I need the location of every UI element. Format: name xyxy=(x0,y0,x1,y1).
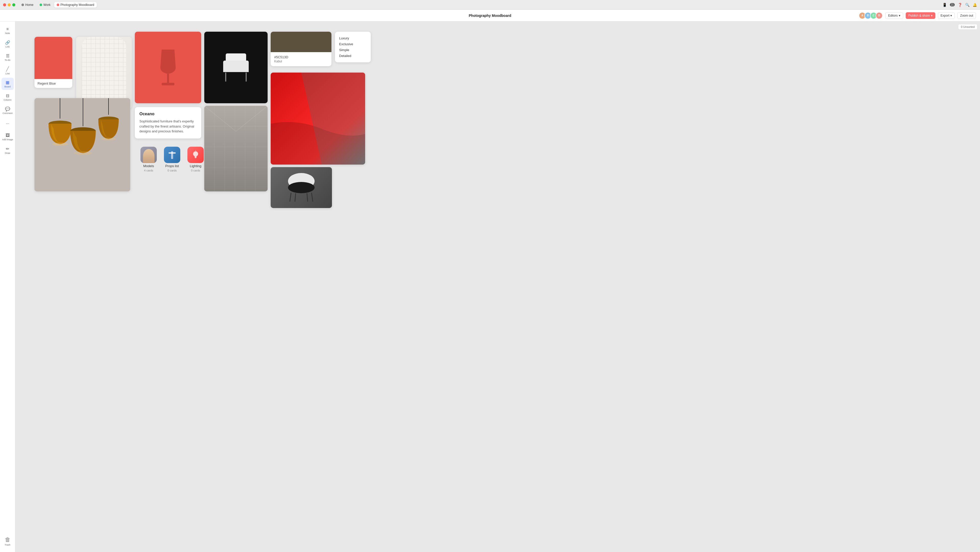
architecture-card[interactable] xyxy=(76,37,132,108)
sidebar-item-board[interactable]: ▦ Board xyxy=(2,78,14,90)
publish-label: Publish & share xyxy=(908,14,930,18)
svg-line-22 xyxy=(290,193,291,202)
sidebar-draw-label: Draw xyxy=(5,152,10,154)
tab-photography[interactable]: Photography Moodboard xyxy=(54,2,97,8)
sidebar-item-link[interactable]: 🔗 Link xyxy=(2,38,14,50)
sidebar-item-trash[interactable]: 🗑 Trash xyxy=(0,534,15,549)
models-person-shape xyxy=(143,149,154,163)
models-count: 4 cards xyxy=(144,169,153,172)
tag-detailed[interactable]: Detailed xyxy=(339,53,367,59)
editors-button[interactable]: Editors ▾ xyxy=(885,12,903,19)
lighting-icon-bg xyxy=(188,147,204,163)
props-icon xyxy=(164,147,180,163)
tabs-row: Home Work Photography Moodboard xyxy=(19,2,942,8)
avatar-4: D xyxy=(875,12,883,19)
svg-rect-3 xyxy=(171,151,173,159)
red-corner-card[interactable] xyxy=(270,73,365,164)
chair-dark-image xyxy=(223,53,249,81)
line-icon: ╱ xyxy=(6,66,9,72)
sidebar: ≡ Note 🔗 Link ☰ To-do ╱ Line ▦ Board ⊟ C… xyxy=(0,21,15,552)
svg-rect-1 xyxy=(162,83,174,85)
props-symbol xyxy=(167,150,177,160)
sidebar-item-line[interactable]: ╱ Line xyxy=(2,64,14,77)
props-count: 0 cards xyxy=(167,169,177,172)
subboard-models[interactable]: Models 4 cards xyxy=(140,147,157,172)
export-button[interactable]: Export ▾ xyxy=(938,12,955,19)
sidebar-item-draw[interactable]: ✏ Draw xyxy=(2,144,14,156)
title-bar: Home Work Photography Moodboard 📱 21 ❓ 🔍… xyxy=(0,0,980,10)
subboards-area: Models 4 cards Props list 0 cards xyxy=(140,147,204,172)
palette-name: Kabul xyxy=(274,59,328,63)
close-button[interactable] xyxy=(3,3,6,6)
app-bar-right: A B C D Editors ▾ Publish & share ▾ Expo… xyxy=(859,12,976,19)
sidebar-item-todo[interactable]: ☰ To-do xyxy=(2,51,14,63)
tab-work-label: Work xyxy=(43,3,51,6)
editors-label: Editors xyxy=(888,14,897,18)
link-icon: 🔗 xyxy=(5,40,10,45)
export-chevron-icon: ▾ xyxy=(950,14,952,18)
oceano-title: Oceano xyxy=(139,112,197,116)
minimize-button[interactable] xyxy=(8,3,11,6)
svg-point-33 xyxy=(52,143,68,146)
regent-blue-name: Regent Blue xyxy=(38,81,69,85)
publish-share-button[interactable]: Publish & share ▾ xyxy=(906,12,935,19)
zoom-button[interactable]: Zoom out xyxy=(957,12,976,19)
todo-icon: ☰ xyxy=(6,53,10,58)
sidebar-item-add-image[interactable]: 🖼 Add image xyxy=(2,131,14,143)
notification-bell-icon[interactable]: 🔔 xyxy=(973,3,977,7)
svg-line-24 xyxy=(295,193,296,202)
corridor-image xyxy=(204,106,267,191)
sort-label: 0 Unsorted xyxy=(961,25,975,29)
tags-card[interactable]: Luxury Exclusive Simple Detailed xyxy=(335,32,371,62)
lighting-name: Lighting xyxy=(190,164,202,168)
svg-point-4 xyxy=(193,151,198,156)
regent-blue-swatch xyxy=(35,37,72,79)
subboard-props[interactable]: Props list 0 cards xyxy=(164,147,180,172)
tab-photography-dot xyxy=(57,3,59,6)
sort-button[interactable]: 0 Unsorted xyxy=(958,24,977,30)
maximize-button[interactable] xyxy=(12,3,15,6)
search-icon[interactable]: 🔍 xyxy=(965,3,969,7)
goblet-card[interactable] xyxy=(135,32,201,103)
oceano-text-card[interactable]: Oceano Sophisticated furniture that's ex… xyxy=(135,107,201,139)
tag-simple[interactable]: Simple xyxy=(339,47,367,53)
add-image-icon: 🖼 xyxy=(6,133,10,138)
sidebar-item-column[interactable]: ⊟ Column xyxy=(2,91,14,103)
trash-label: Trash xyxy=(5,544,11,546)
app-title: Photography Moodboard xyxy=(469,14,511,18)
app-bar: Photography Moodboard A B C D Editors ▾ … xyxy=(0,10,980,21)
palette-card[interactable]: #5C513D Kabul xyxy=(270,32,331,66)
architecture-image xyxy=(82,37,126,108)
corridor-card[interactable] xyxy=(204,106,267,191)
props-name: Props list xyxy=(165,164,179,168)
column-icon: ⊟ xyxy=(6,93,9,98)
tag-luxury[interactable]: Luxury xyxy=(339,35,367,41)
tab-home[interactable]: Home xyxy=(19,2,36,8)
sidebar-item-more[interactable]: ··· xyxy=(2,118,14,130)
sidebar-item-comment[interactable]: 💬 Comment xyxy=(2,104,14,116)
props-icon-bg xyxy=(164,147,180,163)
tag-exclusive[interactable]: Exclusive xyxy=(339,41,367,47)
more-icon: ··· xyxy=(6,121,9,126)
chair-dark-card[interactable] xyxy=(204,32,267,103)
trash-icon: 🗑 xyxy=(5,536,11,543)
sidebar-board-label: Board xyxy=(4,85,11,88)
publish-chevron-icon: ▾ xyxy=(931,14,932,18)
regent-blue-card[interactable]: Regent Blue xyxy=(35,37,72,88)
lighting-symbol xyxy=(191,150,200,160)
palette-info-area: #5C513D Kabul xyxy=(270,52,331,66)
palette-hex: #5C513D xyxy=(274,55,328,59)
sidebar-todo-label: To-do xyxy=(5,59,11,61)
svg-line-23 xyxy=(312,193,313,202)
palette-swatch-dark xyxy=(270,32,331,52)
sidebar-item-note[interactable]: ≡ Note xyxy=(2,24,14,37)
chair-leg2 xyxy=(246,73,247,81)
svg-point-35 xyxy=(101,138,116,140)
tab-work[interactable]: Work xyxy=(37,2,53,8)
copper-lamps-card[interactable] xyxy=(35,98,130,191)
grey-chair-card[interactable] xyxy=(270,167,332,208)
red-metal-image xyxy=(270,73,365,164)
subboard-lighting[interactable]: Lighting 0 cards xyxy=(188,147,204,172)
tab-home-dot xyxy=(21,3,24,6)
help-icon[interactable]: ❓ xyxy=(958,3,962,7)
